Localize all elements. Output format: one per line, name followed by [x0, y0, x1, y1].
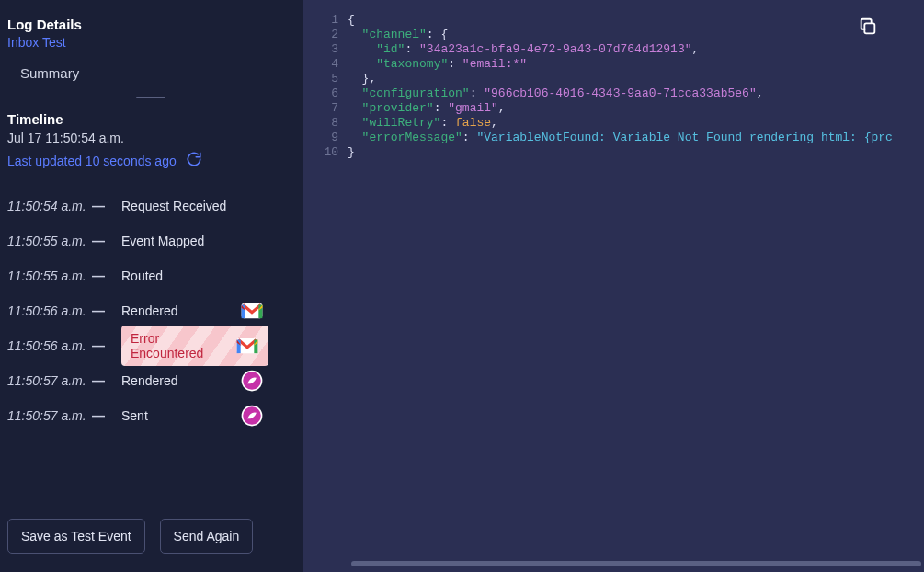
gmail-icon	[239, 298, 265, 324]
last-updated-text: Last updated 10 seconds ago	[7, 154, 177, 168]
line-gutter: 12345678910	[303, 13, 348, 160]
event-time: 11:50:57 a.m.	[7, 408, 92, 423]
code-panel: 12345678910 { "channel": { "id": "34a23a…	[303, 0, 924, 572]
event-label: Error Encountered	[131, 331, 225, 360]
code-block[interactable]: 12345678910 { "channel": { "id": "34a23a…	[303, 13, 924, 160]
event-time: 11:50:56 a.m.	[7, 338, 92, 353]
event-dash: —	[92, 338, 121, 353]
page-subtitle[interactable]: Inbox Test	[7, 35, 296, 50]
pigeon-icon	[239, 368, 265, 394]
timeline-events: 11:50:54 a.m. — Request Received 11:50:5…	[7, 189, 296, 433]
event-dash: —	[92, 199, 121, 213]
timeline-event-error[interactable]: 11:50:56 a.m. — Error Encountered	[7, 328, 296, 363]
event-time: 11:50:55 a.m.	[7, 234, 92, 248]
event-label: Rendered	[121, 303, 178, 318]
send-again-button[interactable]: Send Again	[160, 519, 254, 554]
event-dash: —	[92, 303, 121, 318]
code-content: { "channel": { "id": "34a23a1c-bfa9-4e72…	[348, 13, 924, 160]
event-time: 11:50:56 a.m.	[7, 303, 92, 318]
event-dash: —	[92, 234, 121, 248]
timeline-event[interactable]: 11:50:56 a.m. — Rendered	[7, 293, 296, 328]
timeline-event[interactable]: 11:50:57 a.m. — Sent	[7, 398, 296, 433]
timeline-event[interactable]: 11:50:57 a.m. — Rendered	[7, 363, 296, 398]
event-label: Rendered	[121, 373, 178, 388]
error-pill: Error Encountered	[121, 326, 268, 366]
event-time: 11:50:54 a.m.	[7, 199, 92, 213]
last-updated: Last updated 10 seconds ago	[7, 151, 296, 170]
copy-icon[interactable]	[858, 17, 878, 41]
timeline-event[interactable]: 11:50:55 a.m. — Event Mapped	[7, 223, 296, 258]
event-label: Event Mapped	[121, 234, 204, 248]
event-time: 11:50:55 a.m.	[7, 269, 92, 283]
action-bar: Save as Test Event Send Again	[7, 519, 253, 554]
gmail-icon	[234, 332, 259, 360]
timeline-event[interactable]: 11:50:54 a.m. — Request Received	[7, 189, 296, 223]
refresh-icon[interactable]	[186, 151, 202, 170]
event-dash: —	[92, 269, 121, 283]
event-time: 11:50:57 a.m.	[7, 373, 92, 388]
event-label: Sent	[121, 408, 148, 423]
summary-tab[interactable]: Summary	[7, 65, 296, 81]
event-dash: —	[92, 373, 121, 388]
page-title: Log Details	[7, 17, 296, 32]
event-label: Request Received	[121, 199, 226, 213]
left-panel: Log Details Inbox Test Summary Timeline …	[0, 0, 303, 572]
timeline-event[interactable]: 11:50:55 a.m. — Routed	[7, 258, 296, 293]
horizontal-scrollbar[interactable]	[349, 561, 887, 566]
timeline-date: Jul 17 11:50:54 a.m.	[7, 131, 296, 145]
event-dash: —	[92, 408, 121, 423]
save-test-button[interactable]: Save as Test Event	[7, 519, 145, 554]
pigeon-icon	[239, 403, 265, 429]
event-label: Routed	[121, 269, 163, 283]
divider	[136, 97, 165, 98]
timeline-header: Timeline	[7, 111, 296, 127]
svg-rect-10	[864, 23, 874, 33]
